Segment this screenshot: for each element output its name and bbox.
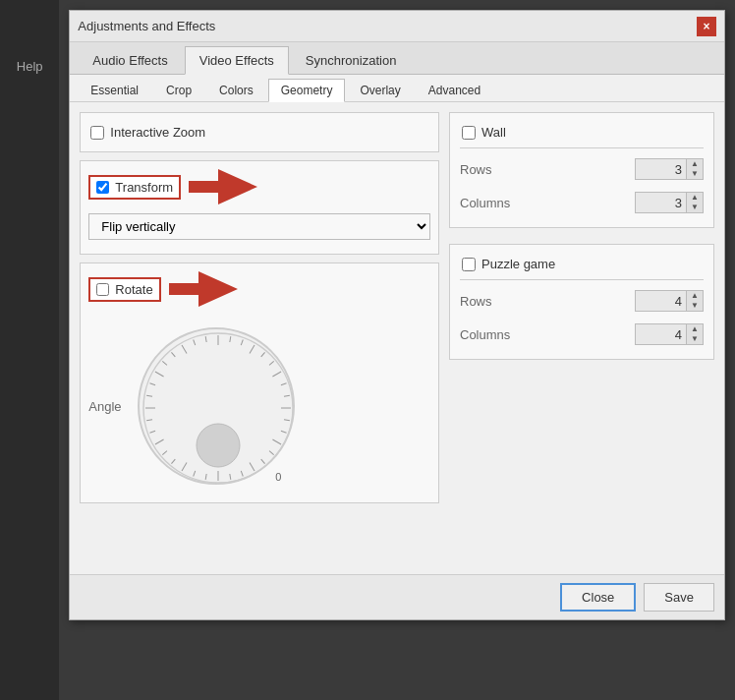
svg-marker-1 bbox=[169, 271, 238, 307]
wall-rows-increment[interactable]: ▲ bbox=[687, 159, 703, 169]
puzzle-columns-value: 4 bbox=[636, 325, 686, 344]
puzzle-rows-spinbox[interactable]: 4 ▲ ▼ bbox=[635, 290, 704, 312]
puzzle-columns-label: Columns bbox=[460, 327, 510, 342]
svg-line-7 bbox=[261, 352, 265, 357]
left-panel: Interactive Zoom Transform bbox=[80, 112, 439, 564]
svg-line-25 bbox=[172, 459, 176, 464]
svg-line-34 bbox=[163, 361, 168, 365]
interactive-zoom-section: Interactive Zoom bbox=[80, 112, 439, 152]
dialog: Adjustments and Effects × Audio Effects … bbox=[69, 10, 725, 620]
tab-audio-effects[interactable]: Audio Effects bbox=[78, 46, 182, 74]
puzzle-rows-increment[interactable]: ▲ bbox=[687, 291, 703, 301]
svg-line-26 bbox=[163, 451, 168, 455]
tab-synchronization[interactable]: Synchronization bbox=[291, 46, 412, 74]
rotate-label[interactable]: Rotate bbox=[115, 282, 152, 297]
tab-geometry[interactable]: Geometry bbox=[268, 79, 346, 102]
wall-section: Wall Rows 3 ▲ ▼ Columns bbox=[449, 112, 714, 228]
puzzle-row: Puzzle game bbox=[460, 253, 704, 275]
wall-columns-spinbox[interactable]: 3 ▲ ▼ bbox=[635, 192, 704, 213]
angle-label: Angle bbox=[88, 399, 128, 414]
close-button[interactable]: × bbox=[697, 17, 716, 36]
tab-advanced[interactable]: Advanced bbox=[416, 79, 493, 101]
wall-columns-value: 3 bbox=[636, 194, 686, 212]
puzzle-rows-row: Rows 4 ▲ ▼ bbox=[460, 284, 704, 318]
svg-line-28 bbox=[150, 431, 156, 433]
svg-line-33 bbox=[155, 372, 164, 377]
puzzle-columns-increment[interactable]: ▲ bbox=[687, 324, 703, 334]
wall-columns-label: Columns bbox=[460, 196, 510, 210]
svg-line-24 bbox=[182, 462, 187, 471]
dialog-footer: Close Save bbox=[70, 574, 724, 619]
puzzle-rows-value: 4 bbox=[636, 292, 686, 311]
knob-outer bbox=[138, 327, 295, 485]
angle-knob-section: Angle bbox=[88, 318, 430, 495]
tab-video-effects[interactable]: Video Effects bbox=[185, 46, 289, 75]
sub-tabs: Essential Crop Colors Geometry Overlay A… bbox=[70, 75, 724, 102]
help-label[interactable]: Help bbox=[17, 59, 43, 74]
puzzle-columns-spinbox-btns: ▲ ▼ bbox=[686, 324, 703, 344]
puzzle-section: Puzzle game Rows 4 ▲ ▼ Columns bbox=[449, 244, 714, 360]
rotate-arrow-icon bbox=[169, 271, 238, 310]
tab-essential[interactable]: Essential bbox=[78, 79, 151, 101]
svg-line-20 bbox=[230, 474, 231, 480]
puzzle-rows-decrement[interactable]: ▼ bbox=[687, 301, 703, 311]
svg-line-19 bbox=[242, 471, 244, 477]
content-area: Interactive Zoom Transform bbox=[70, 102, 724, 574]
svg-line-17 bbox=[261, 459, 265, 464]
wall-rows-value: 3 bbox=[636, 160, 686, 179]
svg-line-29 bbox=[146, 420, 152, 421]
wall-rows-spinbox-btns: ▲ ▼ bbox=[686, 159, 703, 179]
svg-point-39 bbox=[197, 424, 240, 467]
wall-rows-label: Rows bbox=[460, 162, 492, 177]
rotate-highlight: Rotate bbox=[88, 277, 160, 302]
tab-overlay[interactable]: Overlay bbox=[347, 79, 413, 101]
wall-rows-row: Rows 3 ▲ ▼ bbox=[460, 152, 704, 186]
wall-columns-increment[interactable]: ▲ bbox=[687, 193, 703, 203]
flip-dropdown-row: Flip vertically Flip horizontally None bbox=[88, 213, 430, 240]
svg-line-31 bbox=[146, 395, 152, 396]
puzzle-rows-label: Rows bbox=[460, 294, 492, 309]
close-dialog-button[interactable]: Close bbox=[560, 583, 636, 612]
wall-checkbox[interactable] bbox=[462, 126, 476, 140]
tab-crop[interactable]: Crop bbox=[153, 79, 204, 101]
puzzle-rows-spinbox-btns: ▲ ▼ bbox=[686, 291, 703, 311]
wall-rows-spinbox[interactable]: 3 ▲ ▼ bbox=[635, 158, 704, 180]
save-button[interactable]: Save bbox=[644, 583, 714, 612]
interactive-zoom-label[interactable]: Interactive Zoom bbox=[110, 125, 205, 140]
puzzle-columns-decrement[interactable]: ▼ bbox=[687, 334, 703, 344]
svg-line-23 bbox=[194, 471, 196, 477]
main-tabs: Audio Effects Video Effects Synchronizat… bbox=[70, 42, 724, 75]
puzzle-divider bbox=[460, 279, 704, 280]
rotate-checkbox[interactable] bbox=[96, 283, 109, 296]
transform-checkbox[interactable] bbox=[96, 181, 109, 194]
tab-colors[interactable]: Colors bbox=[206, 79, 266, 101]
interactive-zoom-row: Interactive Zoom bbox=[88, 121, 430, 144]
knob-zero-label: 0 bbox=[275, 471, 281, 483]
wall-label[interactable]: Wall bbox=[481, 125, 506, 140]
wall-columns-row: Columns 3 ▲ ▼ bbox=[460, 186, 704, 219]
wall-rows-decrement[interactable]: ▼ bbox=[687, 169, 703, 179]
wall-divider bbox=[460, 147, 704, 148]
svg-line-14 bbox=[281, 431, 287, 433]
angle-knob[interactable]: 0 bbox=[138, 327, 295, 485]
svg-line-22 bbox=[205, 474, 206, 480]
svg-line-18 bbox=[250, 462, 254, 471]
interactive-zoom-checkbox[interactable] bbox=[90, 126, 104, 140]
puzzle-label[interactable]: Puzzle game bbox=[481, 257, 555, 271]
svg-line-13 bbox=[284, 420, 290, 421]
rotate-row: Rotate bbox=[88, 271, 430, 310]
transform-label[interactable]: Transform bbox=[115, 180, 173, 195]
svg-line-11 bbox=[284, 395, 290, 396]
puzzle-checkbox[interactable] bbox=[462, 258, 476, 271]
svg-marker-0 bbox=[189, 169, 257, 204]
flip-dropdown[interactable]: Flip vertically Flip horizontally None bbox=[88, 213, 430, 240]
rotate-section: Rotate Angle bbox=[80, 262, 439, 503]
svg-line-35 bbox=[172, 352, 176, 357]
wall-columns-spinbox-btns: ▲ ▼ bbox=[686, 193, 703, 212]
wall-columns-decrement[interactable]: ▼ bbox=[687, 203, 703, 212]
puzzle-columns-spinbox[interactable]: 4 ▲ ▼ bbox=[635, 323, 704, 345]
knob-ticks-svg bbox=[140, 329, 297, 487]
dialog-title: Adjustments and Effects bbox=[78, 19, 215, 33]
svg-line-9 bbox=[273, 372, 282, 377]
svg-line-16 bbox=[269, 451, 274, 455]
